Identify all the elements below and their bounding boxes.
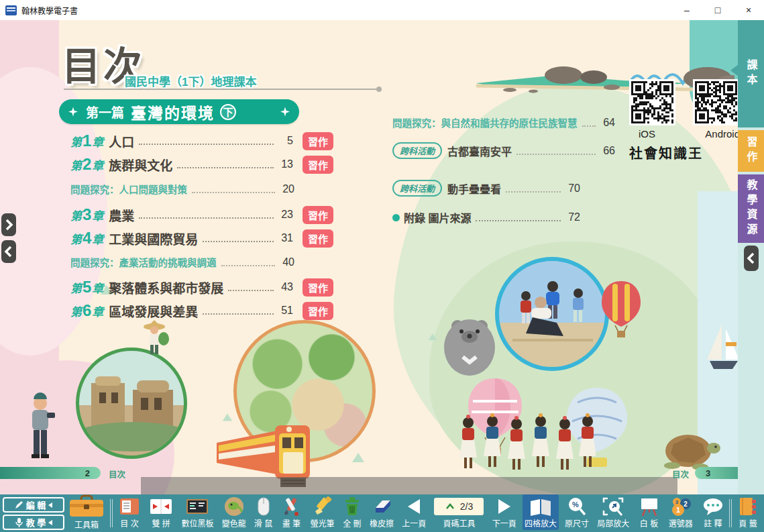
tool-prev-page[interactable]: 上一頁: [400, 494, 428, 530]
workbook-badge[interactable]: 習作: [303, 278, 333, 297]
app-logo-icon: [5, 5, 17, 15]
qr-caption: 社會知識王: [629, 143, 740, 162]
collapse-arrow-icon: [48, 502, 52, 508]
toolbar-separator: [729, 499, 732, 527]
hot-air-balloon-striped: [599, 278, 643, 342]
whiteboard-icon: [638, 496, 661, 517]
book-page-area: 目次 國民中學（1下）地理課本 第一篇 臺灣的環境 下 第1章 人口 5 習作 …: [0, 20, 764, 494]
tool-number-picker[interactable]: 321 選號器: [667, 494, 695, 530]
tool-highlighter[interactable]: 螢光筆: [309, 494, 337, 530]
workbook-badge[interactable]: 習作: [303, 132, 333, 150]
qr-android-label: Android: [705, 128, 740, 140]
tool-delete-all[interactable]: 全 刪: [341, 494, 364, 530]
toolbar-separator: [110, 499, 113, 527]
qr-block: iOS Android 社會知識王: [629, 79, 740, 162]
bottom-toolbar: 編 輯 教 學 工具箱: [0, 494, 764, 532]
tool-digital-blackboard[interactable]: 數位黑板: [179, 494, 215, 530]
panel-expand-right-button[interactable]: [1, 213, 16, 236]
mouse-icon: [255, 496, 272, 517]
bullet-icon: [392, 214, 400, 221]
toc-icon: [118, 496, 141, 517]
workbook-badge[interactable]: 習作: [303, 156, 333, 174]
tool-mouse[interactable]: 滑 鼠: [252, 494, 274, 530]
star-icon: [280, 107, 290, 117]
toc-entry-sub[interactable]: 問題探究：與自然和諧共存的原住民族智慧 64: [392, 115, 615, 129]
tool-eraser[interactable]: 橡皮擦: [368, 494, 396, 530]
toc-entry[interactable]: 第4章 工業與國際貿易 31 習作: [70, 229, 333, 248]
panel-collapse-left-button[interactable]: [1, 240, 16, 263]
page-footer-label-right: 目次: [672, 468, 689, 480]
toc-entry[interactable]: 第1章 人口 5 習作: [70, 131, 333, 150]
page-indicator-left[interactable]: 2: [0, 467, 101, 479]
historic-building-photo-circle: [76, 348, 187, 459]
teach-mode-button[interactable]: 教 學: [3, 515, 64, 530]
tool-page-number[interactable]: 2/3 頁碼工具: [432, 494, 486, 530]
header-divider: [64, 89, 378, 90]
tool-chameleon[interactable]: 變色龍: [220, 494, 248, 530]
toc-entry-activity[interactable]: 跨科活動 動手疊疊看 70: [392, 180, 580, 197]
toc-entry[interactable]: 第2章 族群與文化 13 習作: [70, 155, 333, 174]
window-title: 翰林教學電子書: [21, 5, 78, 16]
tool-page-tabs[interactable]: 頁 籤: [735, 494, 761, 530]
photographer-illustration: [20, 392, 60, 466]
qr-ios-label: iOS: [639, 128, 655, 140]
tool-next-page[interactable]: 下一頁: [490, 494, 519, 530]
sidebar-collapse-button[interactable]: [744, 246, 759, 271]
toc-entry-sub[interactable]: 問題探究：產業活動的挑戰與調適 40: [70, 255, 333, 269]
number-picker-icon: 321: [669, 496, 692, 517]
toc-entry-sub[interactable]: 問題探究：人口問題與對策 20: [70, 182, 333, 196]
qr-android: [693, 79, 739, 125]
speech-bubble-icon: [701, 496, 725, 517]
minimize-button[interactable]: –: [671, 0, 702, 20]
eraser-icon: [370, 496, 393, 517]
trash-icon: [343, 496, 362, 517]
tool-original-size[interactable]: % 原尺寸: [563, 494, 591, 530]
qr-ios: [629, 79, 675, 125]
star-icon: [68, 107, 78, 117]
tool-pen[interactable]: 畫 筆: [278, 494, 304, 530]
cross-subject-pill: 跨科活動: [392, 142, 442, 159]
page-subtitle: 國民中學（1下）地理課本: [125, 72, 256, 89]
title-bar: 翰林教學電子書 – □ ×: [0, 0, 764, 20]
caret-up-icon: [445, 503, 455, 510]
toc-entry[interactable]: 第6章 區域發展與差異 51 習作: [70, 301, 333, 320]
maximize-button[interactable]: □: [702, 0, 733, 20]
app-window: 翰林教學電子書 – □ × 目次: [0, 0, 764, 532]
bear-illustration: [443, 314, 500, 378]
pen-icon: [280, 496, 302, 517]
tab-teaching-resources[interactable]: 教學資源: [738, 174, 764, 243]
chameleon-icon: [223, 496, 245, 517]
page-footer-label-left: 目次: [109, 468, 125, 480]
page-shadow-bar: [141, 477, 677, 494]
tool-whiteboard[interactable]: 白 板: [636, 494, 663, 530]
prev-page-icon: [405, 496, 423, 517]
volume-badge: 下: [220, 104, 236, 120]
tool-dual-view[interactable]: 雙 拼: [147, 494, 175, 530]
svg-text:%: %: [572, 500, 579, 509]
tool-quad-zoom[interactable]: 四格放大: [523, 494, 559, 530]
highlighter-icon: [311, 496, 334, 517]
tab-workbook[interactable]: 習作: [738, 130, 764, 172]
svg-text:1: 1: [676, 506, 680, 514]
svg-text:2: 2: [684, 500, 688, 508]
tool-annotation[interactable]: 註 釋: [699, 494, 727, 530]
toolbox-button[interactable]: 工具箱: [68, 494, 105, 530]
workbook-badge[interactable]: 習作: [303, 206, 333, 224]
section-banner: 第一篇 臺灣的環境 下: [59, 99, 299, 124]
toc-entry[interactable]: 第5章 聚落體系與都市發展 43 習作: [70, 278, 333, 297]
toc-entry-activity[interactable]: 跨科活動 古都臺南安平 66: [392, 142, 615, 159]
toc-entry-appendix[interactable]: 附錄 圖片來源 72: [392, 209, 580, 225]
tool-toc[interactable]: 目 次: [116, 494, 143, 530]
tab-textbook[interactable]: 課本: [738, 20, 764, 127]
pencil-icon: [15, 500, 23, 509]
tool-partial-zoom[interactable]: 局部放大: [595, 494, 631, 530]
close-button[interactable]: ×: [733, 0, 764, 20]
microphone-icon: [15, 518, 23, 527]
blackboard-icon: [185, 496, 209, 517]
edit-mode-button[interactable]: 編 輯: [3, 497, 64, 513]
sailboat-illustration: [706, 322, 741, 376]
toc-entry[interactable]: 第3章 農業 23 習作: [70, 205, 333, 224]
workbook-badge[interactable]: 習作: [303, 229, 333, 248]
workbook-badge[interactable]: 習作: [303, 302, 333, 320]
open-book-icon: [529, 496, 553, 517]
